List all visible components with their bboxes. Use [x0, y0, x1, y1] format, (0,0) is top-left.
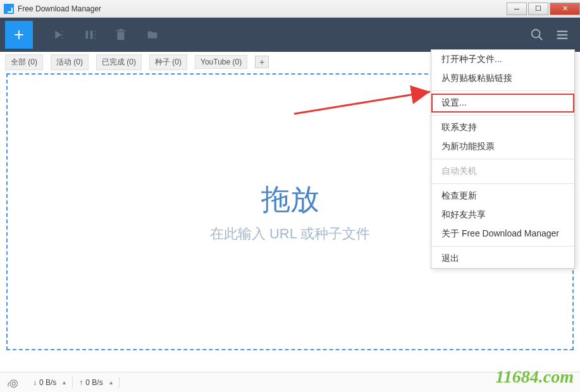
menu-auto-shutdown: 自动关机 [431, 162, 574, 181]
window-controls: ─ ☐ ✕ [505, 3, 580, 15]
filter-youtube[interactable]: YouTube (0) [195, 55, 247, 69]
menu-settings[interactable]: 设置... [431, 94, 574, 113]
chevron-up-icon: ▴ [63, 379, 66, 386]
svg-point-8 [532, 30, 540, 38]
menu-open-torrent[interactable]: 打开种子文件... [431, 50, 574, 69]
chevron-up-icon: ▴ [109, 379, 113, 386]
add-filter-button[interactable]: + [255, 56, 269, 68]
maximize-button[interactable]: ☐ [528, 3, 548, 15]
upload-speed[interactable]: ↑ 0 B/s ▴ [73, 377, 119, 388]
svg-rect-3 [86, 31, 89, 39]
svg-point-14 [10, 379, 18, 387]
svg-line-9 [539, 37, 543, 40]
drop-subtitle: 在此输入 URL 或种子文件 [210, 224, 370, 243]
svg-rect-12 [557, 38, 568, 39]
menu-separator [431, 90, 574, 91]
svg-point-5 [94, 31, 96, 32]
toolbar: + [0, 18, 580, 52]
add-download-button[interactable]: + [5, 21, 33, 49]
filter-completed[interactable]: 已完成 (0) [96, 54, 142, 70]
delete-button[interactable] [108, 21, 134, 48]
menu-contact-support[interactable]: 联系支持 [431, 118, 574, 137]
filter-active[interactable]: 活动 (0) [51, 54, 89, 70]
titlebar: Free Download Manager ─ ☐ ✕ [0, 0, 580, 18]
upload-speed-value: 0 B/s [85, 378, 102, 387]
svg-point-2 [61, 38, 63, 39]
hamburger-menu-button[interactable] [550, 22, 575, 47]
download-speed[interactable]: ↓ 0 B/s ▴ [27, 377, 73, 388]
context-menu: 打开种子文件... 从剪贴板粘贴链接 设置... 联系支持 为新功能投票 自动关… [431, 49, 575, 269]
minimize-button[interactable]: ─ [507, 3, 527, 15]
statusbar: ↓ 0 B/s ▴ ↑ 0 B/s ▴ [0, 372, 580, 392]
menu-separator [431, 183, 574, 184]
download-speed-value: 0 B/s [39, 378, 56, 387]
annotation-arrow [291, 82, 443, 120]
search-button[interactable] [524, 22, 550, 47]
svg-point-15 [12, 382, 15, 385]
svg-rect-4 [90, 31, 93, 39]
menu-separator [431, 159, 574, 159]
play-button[interactable] [44, 21, 71, 48]
svg-point-1 [61, 34, 63, 35]
svg-point-0 [61, 31, 63, 32]
svg-point-6 [94, 34, 96, 35]
drop-title: 拖放 [261, 180, 319, 219]
svg-line-13 [294, 92, 430, 114]
snail-mode-icon[interactable] [5, 375, 20, 390]
folder-button[interactable] [139, 21, 166, 48]
filter-all[interactable]: 全部 (0) [5, 54, 43, 70]
menu-check-updates[interactable]: 检查更新 [431, 187, 574, 205]
svg-rect-11 [557, 34, 568, 35]
filter-seeds[interactable]: 种子 (0) [149, 54, 187, 70]
menu-about[interactable]: 关于 Free Download Manager [431, 224, 574, 243]
watermark: 11684.com [495, 367, 574, 387]
close-button[interactable]: ✕ [550, 3, 580, 15]
app-icon [4, 4, 14, 14]
upload-arrow-icon: ↑ [79, 378, 83, 387]
menu-vote-features[interactable]: 为新功能投票 [431, 137, 574, 156]
menu-paste-clipboard[interactable]: 从剪贴板粘贴链接 [431, 69, 574, 88]
menu-exit[interactable]: 退出 [431, 249, 574, 268]
menu-separator [431, 246, 574, 247]
menu-separator [431, 115, 574, 116]
svg-rect-10 [557, 31, 568, 32]
window-title: Free Download Manager [18, 4, 101, 13]
pause-button[interactable] [76, 21, 102, 48]
menu-share-friends[interactable]: 和好友共享 [431, 205, 574, 224]
download-arrow-icon: ↓ [33, 378, 37, 387]
svg-point-7 [94, 38, 96, 39]
